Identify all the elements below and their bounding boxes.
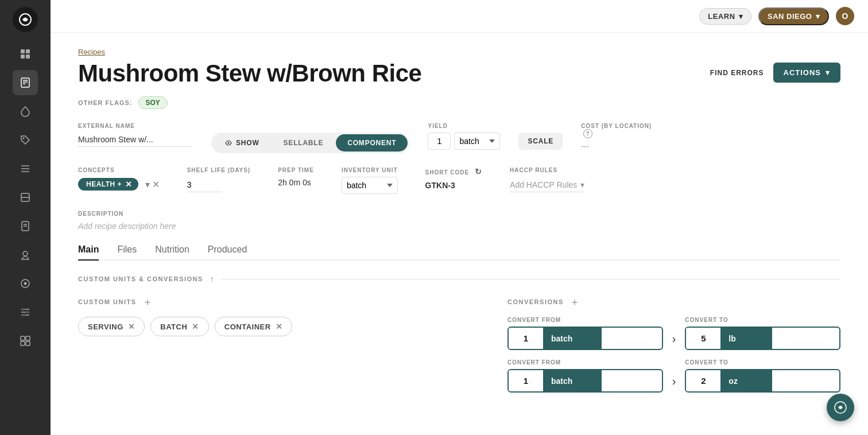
sidebar-item-ops[interactable] <box>13 271 38 296</box>
svg-rect-29 <box>21 341 25 345</box>
convert-to-unit-2[interactable]: oz lb kg g <box>720 370 772 391</box>
svg-point-25 <box>26 311 28 313</box>
unit-tags-row: SERVING ✕ BATCH ✕ CONTAINER ✕ <box>78 317 480 336</box>
breadcrumb[interactable]: Recipes <box>78 48 105 56</box>
yield-field: YIELD batch serving lb oz <box>428 123 500 150</box>
topbar: LEARN ▾ SAN DIEGO ▾ O <box>51 0 868 33</box>
haccp-select[interactable]: Add HACCP Rules ▾ <box>510 178 584 192</box>
learn-button[interactable]: LEARN ▾ <box>699 8 751 25</box>
convert-to-value-2[interactable] <box>686 370 720 391</box>
unit-tag-container-label: CONTAINER <box>224 323 271 331</box>
tab-nutrition[interactable]: Nutrition <box>155 244 189 261</box>
learn-chevron-icon: ▾ <box>739 12 743 21</box>
conversion-row-headers: CONVERT FROM batch serving container › <box>507 317 840 350</box>
cost-help-icon[interactable]: ? <box>583 129 592 138</box>
convert-to-unit-1[interactable]: lb oz kg g <box>720 328 772 349</box>
sidebar-item-layers[interactable] <box>13 185 38 210</box>
concepts-field: CONCEPTS HEALTH + ✕ ▾ ✕ <box>78 167 160 191</box>
conversions-title: CONVERSIONS <box>507 298 564 305</box>
add-custom-unit-button[interactable]: ＋ <box>142 295 153 309</box>
custom-units-col: CUSTOM UNITS ＋ SERVING ✕ BATCH ✕ CONTAIN… <box>78 295 480 393</box>
concepts-clear-icon[interactable]: ✕ <box>152 179 160 190</box>
sidebar-logo[interactable] <box>13 7 38 32</box>
show-label: SHOW <box>236 139 259 147</box>
svg-point-9 <box>23 138 25 139</box>
scale-button[interactable]: SCALE <box>518 133 563 150</box>
conversion-arrow-2: › <box>672 359 676 393</box>
convert-to-value-1[interactable] <box>686 328 720 349</box>
unit-tag-batch-remove[interactable]: ✕ <box>192 322 199 331</box>
sidebar-item-grid[interactable] <box>13 328 38 354</box>
svg-rect-27 <box>21 336 25 340</box>
location-button[interactable]: SAN DIEGO ▾ <box>758 7 829 25</box>
yield-number-input[interactable] <box>428 133 451 150</box>
sidebar-item-home[interactable] <box>13 41 38 67</box>
convert-from-value-2[interactable] <box>509 370 543 391</box>
sidebar-item-docs[interactable] <box>13 213 38 239</box>
concepts-add-icon[interactable]: ▾ <box>145 179 150 190</box>
convert-from-group-2: batch serving container <box>507 369 663 393</box>
sidebar-item-location[interactable] <box>13 242 38 267</box>
prep-time-value: 2h 0m 0s <box>278 178 314 187</box>
shelf-life-input[interactable] <box>187 178 222 192</box>
unit-tag-batch-label: BATCH <box>160 323 187 331</box>
short-code-field: SHORT CODE ↻ GTKN-3 <box>425 167 482 190</box>
shelf-life-field: SHELF LIFE (DAYS) <box>187 167 251 192</box>
haccp-chevron-icon: ▾ <box>580 180 584 189</box>
svg-rect-28 <box>26 336 30 340</box>
sidebar-item-ingredients[interactable] <box>13 99 38 124</box>
prep-time-field: PREP TIME 2h 0m 0s <box>278 167 314 187</box>
sidebar-item-list[interactable] <box>13 156 38 181</box>
concept-remove-button[interactable]: ✕ <box>125 180 133 188</box>
sidebar <box>0 0 51 435</box>
actions-button[interactable]: ACTIONS ▾ <box>773 63 841 83</box>
section-header-custom-units: CUSTOM UNITS & CONVERSIONS ↑ <box>78 274 840 283</box>
section-divider <box>221 279 840 279</box>
show-toggle[interactable]: SHOW <box>213 134 271 152</box>
learn-label: LEARN <box>708 12 735 21</box>
soy-flag: SOY <box>138 96 168 109</box>
sidebar-item-recipes[interactable] <box>13 70 38 95</box>
convert-to-group-2: oz lb kg g <box>685 369 840 393</box>
component-toggle[interactable]: COMPONENT <box>336 134 408 152</box>
external-name-field: EXTERNAL NAME <box>78 123 193 147</box>
sellable-label: SELLABLE <box>284 139 324 147</box>
sellable-toggle[interactable]: SELLABLE <box>272 134 335 152</box>
convert-from-unit-2[interactable]: batch serving container <box>543 370 602 391</box>
find-errors-button[interactable]: FIND ERRORS <box>710 69 764 77</box>
unit-tag-serving: SERVING ✕ <box>78 317 145 336</box>
inventory-unit-label: INVENTORY UNIT <box>342 167 398 173</box>
tab-produced[interactable]: Produced <box>208 244 247 261</box>
avatar[interactable]: O <box>836 7 854 25</box>
add-conversion-button[interactable]: ＋ <box>569 295 580 309</box>
unit-tag-container-remove[interactable]: ✕ <box>276 322 283 331</box>
tab-main[interactable]: Main <box>78 244 99 261</box>
short-code-refresh-icon[interactable]: ↻ <box>475 167 482 176</box>
section-collapse-icon[interactable]: ↑ <box>210 274 214 283</box>
external-name-input[interactable] <box>78 133 193 147</box>
convert-from-unit-1[interactable]: batch serving container <box>543 328 602 349</box>
page: FIND ERRORS ACTIONS ▾ Recipes Mushroom S… <box>51 33 868 435</box>
recipe-meta-row: EXTERNAL NAME - SHOW SELLABLE COMPONENT <box>78 118 840 153</box>
tabs-row: Main Files Nutrition Produced <box>78 244 840 261</box>
description-input[interactable]: Add recipe description here <box>78 222 840 231</box>
tab-files[interactable]: Files <box>117 244 137 261</box>
convert-from-value-1[interactable] <box>509 328 543 349</box>
inventory-unit-select[interactable]: batch serving lb oz <box>342 177 398 194</box>
sidebar-item-sliders[interactable] <box>13 300 38 325</box>
convert-to-label-2: CONVERT TO <box>685 359 840 366</box>
description-label: DESCRIPTION <box>78 211 123 217</box>
flags-row: OTHER FLAGS: SOY <box>78 96 840 109</box>
fab-button[interactable] <box>827 394 854 421</box>
cost-value: --- <box>581 142 661 151</box>
conversions-header: CONVERSIONS ＋ <box>507 295 840 309</box>
unit-tag-serving-remove[interactable]: ✕ <box>128 322 135 331</box>
yield-unit-select[interactable]: batch serving lb oz <box>454 133 500 150</box>
sidebar-item-tags[interactable] <box>13 127 38 153</box>
section-title-custom-units: CUSTOM UNITS & CONVERSIONS <box>78 275 203 282</box>
svg-rect-30 <box>26 341 30 345</box>
unit-tag-batch: BATCH ✕ <box>150 317 209 336</box>
convert-from-group-1: batch serving container <box>507 327 663 350</box>
concepts-label: CONCEPTS <box>78 167 160 173</box>
svg-rect-5 <box>21 78 29 87</box>
